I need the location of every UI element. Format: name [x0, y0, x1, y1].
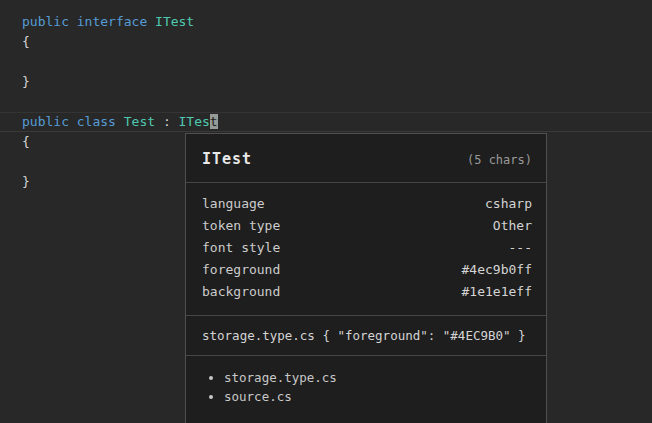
property-row: background #1e1e1eff [202, 281, 532, 303]
property-label: background [202, 281, 280, 303]
token-metadata-table: language csharp token type Other font st… [186, 183, 546, 316]
brace-token: { [22, 134, 30, 149]
scope-list: storage.type.cs source.cs [224, 368, 532, 406]
property-label: language [202, 193, 265, 215]
code-line[interactable]: } [22, 72, 652, 92]
scope-list-section: storage.type.cs source.cs [186, 356, 546, 418]
property-value: #4ec9b0ff [462, 259, 532, 281]
property-value: Other [493, 215, 532, 237]
scope-item: source.cs [224, 387, 532, 406]
property-value: --- [509, 237, 532, 259]
property-row: token type Other [202, 215, 532, 237]
property-row: language csharp [202, 193, 532, 215]
editor-window: public interface ITest { } public class … [0, 0, 652, 423]
brace-token: { [22, 34, 30, 49]
text-cursor: t [210, 114, 218, 129]
type-token: ITest [155, 14, 194, 29]
property-label: font style [202, 237, 280, 259]
keyword-token: public interface [22, 14, 155, 29]
scope-item: storage.type.cs [224, 368, 532, 387]
property-value: csharp [485, 193, 532, 215]
code-line[interactable]: public class Test : ITest [22, 112, 652, 132]
type-token: ITes [179, 114, 210, 129]
keyword-token: public class [22, 114, 124, 129]
code-line[interactable]: { [22, 32, 652, 52]
token-inspector-popup: ITest (5 chars) language csharp token ty… [185, 133, 547, 423]
token-char-count: (5 chars) [467, 153, 532, 167]
property-label: token type [202, 215, 280, 237]
code-line[interactable] [22, 52, 652, 72]
brace-token: } [22, 74, 30, 89]
code-line[interactable]: public interface ITest [22, 12, 652, 32]
colon-token: : [155, 114, 178, 129]
code-line[interactable] [22, 92, 652, 112]
property-row: foreground #4ec9b0ff [202, 259, 532, 281]
property-value: #1e1e1eff [462, 281, 532, 303]
inspected-token-text: ITest [202, 150, 252, 168]
property-row: font style --- [202, 237, 532, 259]
inspector-header: ITest (5 chars) [186, 134, 546, 183]
property-label: foreground [202, 259, 280, 281]
brace-token: } [22, 174, 30, 189]
theme-rule-text: storage.type.cs { "foreground": "#4EC9B0… [186, 316, 546, 356]
type-token: Test [124, 114, 155, 129]
